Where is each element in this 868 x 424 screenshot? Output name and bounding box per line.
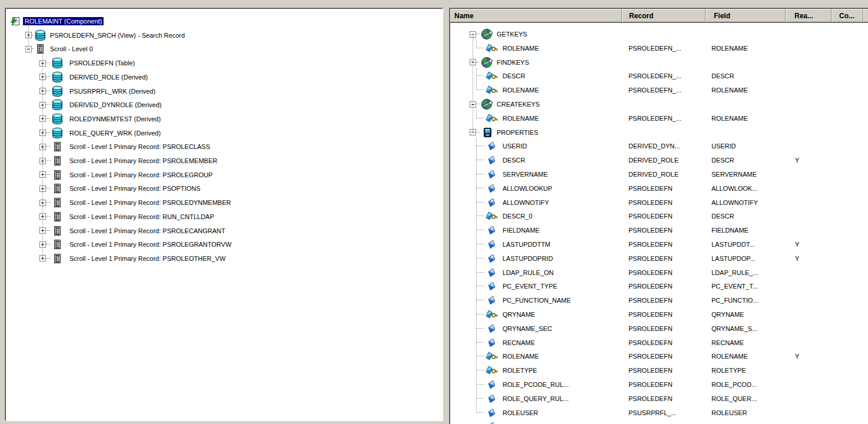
field-record-value: PSROLEDEFN: [628, 283, 673, 290]
field-row[interactable]: RECNAMEPSROLEDEFNRECNAME: [450, 336, 868, 350]
field-row[interactable]: ALLOWNOTIFYPSROLEDEFNALLOWNOTIFY: [450, 196, 868, 210]
field-name-label: ROLENAME: [501, 86, 541, 94]
tree-item-label[interactable]: Scroll - Level 1 Primary Record: PSROLEG…: [68, 171, 214, 179]
field-record-value: PSROLEDEFN: [628, 395, 673, 402]
field-name-label: PC_EVENT_TYPE: [501, 282, 559, 290]
field-row[interactable]: DESCRDERIVED_ROLEDESCRY: [450, 153, 868, 167]
tree-connector: [476, 356, 484, 357]
tree-item[interactable]: Scroll - Level 1 Primary Record: RUN_CNT…: [6, 210, 441, 224]
field-readonly-value: Y: [795, 353, 799, 360]
field-row[interactable]: ROLENAMEPSROLEDEFN_...ROLENAME: [450, 41, 868, 55]
component-tree: ROLEMAINT (Component)PSROLEDEFN_SRCH (Vi…: [6, 14, 441, 419]
field-row[interactable]: QRYNAMEPSROLEDEFNQRYNAME: [450, 307, 868, 322]
tree-item[interactable]: Scroll - Level 0: [6, 42, 441, 56]
field-row[interactable]: QRYNAME_SECPSROLEDEFNQRYNAME_S...: [450, 322, 868, 336]
tree-item-label[interactable]: Scroll - Level 1 Primary Record: PSROLEG…: [68, 240, 233, 249]
tree-item-label[interactable]: Scroll - Level 1 Primary Record: PSROLEC…: [68, 227, 227, 235]
field-row[interactable]: SERVERNAMEDERIVED_ROLESERVERNAME: [450, 167, 868, 181]
field-row[interactable]: ROLENAMEPSROLEDEFN_...ROLENAME: [450, 111, 868, 125]
component-structure-tree-panel[interactable]: ROLEMAINT (Component)PSROLEDEFN_SRCH (Vi…: [5, 8, 443, 421]
tree-item-label[interactable]: Scroll - Level 1 Primary Record: PSROLEC…: [68, 143, 212, 151]
tree-item-label[interactable]: Scroll - Level 1 Primary Record: PSROLEO…: [68, 254, 227, 263]
property-field-icon: [484, 408, 498, 418]
tree-item[interactable]: Scroll - Level 1 Primary Record: PSROLEG…: [6, 237, 441, 251]
tree-item[interactable]: Scroll - Level 1 Primary Record: PSROLEM…: [6, 154, 441, 168]
field-row[interactable]: PC_EVENT_TYPEPSROLEDEFNPC_EVENT_T...: [450, 279, 868, 293]
field-row[interactable]: PC_FUNCTION_NAMEPSROLEDEFNPC_FUNCTIO...: [450, 293, 868, 307]
tree-connector: [476, 412, 484, 413]
property-field-icon: [484, 141, 498, 151]
tree-connector: [42, 54, 44, 259]
tree-item-label[interactable]: PSROLEDEFN_SRCH (View) - Search Record: [48, 31, 187, 39]
field-name-label: ROLENAME: [501, 44, 541, 52]
tree-item-label[interactable]: ROLE_QUERY_WRK (Derived): [68, 129, 162, 137]
tree-item-label[interactable]: Scroll - Level 1 Primary Record: RUN_CNT…: [68, 213, 216, 221]
field-row[interactable]: ROLE_PCODE_RUL...PSROLEDEFNROLE_PCOD...: [450, 377, 868, 392]
record-icon: [51, 57, 64, 69]
field-row[interactable]: ROLENAMEPSROLEDEFN_...ROLENAME: [450, 83, 868, 97]
tree-item-label[interactable]: PSUSRPRFL_WRK (Derived): [68, 87, 157, 95]
field-row[interactable]: [450, 419, 868, 424]
field-record-value: PSROLEDEFN_...: [628, 72, 681, 80]
field-row[interactable]: ROLE_QUERY_RUL...PSROLEDEFNROLE_QUER...: [450, 392, 868, 406]
field-group-row[interactable]: GETKEYS: [450, 27, 868, 41]
field-row[interactable]: LASTUPDOPRIDPSROLEDEFNLASTUPDOP...Y: [450, 251, 868, 266]
tree-item-label[interactable]: DERIVED_DYNROLE (Derived): [68, 101, 163, 109]
tree-item-label[interactable]: Scroll - Level 0: [48, 45, 95, 53]
field-group-row[interactable]: FINDKEYS: [450, 55, 868, 69]
tree-item[interactable]: PSUSRPRFL_WRK (Derived): [6, 84, 441, 98]
column-header-record[interactable]: Record: [622, 9, 706, 22]
tree-item-label[interactable]: Scroll - Level 1 Primary Record: PSROLED…: [68, 198, 232, 207]
record-icon: [51, 113, 64, 125]
field-row[interactable]: DESCR_0PSROLEDEFNDESCR: [450, 209, 868, 223]
tree-item[interactable]: Scroll - Level 1 Primary Record: PSOPTIO…: [6, 181, 441, 196]
column-header-name[interactable]: Name: [450, 9, 622, 22]
tree-item[interactable]: Scroll - Level 1 Primary Record: PSROLEC…: [6, 140, 441, 154]
tree-item[interactable]: Scroll - Level 1 Primary Record: PSROLED…: [6, 196, 441, 210]
field-name-label: DESCR: [501, 156, 527, 164]
tree-connector: [28, 26, 29, 49]
field-row[interactable]: LASTUPDDTTMPSROLEDEFNLASTUPDDT...Y: [450, 237, 868, 251]
tree-connector: [476, 370, 484, 371]
tree-item-label[interactable]: Scroll - Level 1 Primary Record: PSOPTIO…: [68, 184, 202, 193]
tree-connector: [46, 174, 51, 175]
field-field-value: LDAP_RULE_...: [711, 269, 758, 276]
tree-item[interactable]: Scroll - Level 1 Primary Record: PSROLEG…: [6, 168, 441, 182]
tree-item[interactable]: Scroll - Level 1 Primary Record: PSROLEO…: [6, 251, 441, 266]
tree-item-label[interactable]: ROLEMAINT (Component): [23, 17, 104, 25]
field-row[interactable]: USERIDDERIVED_DYN...USERID: [450, 139, 868, 153]
tree-item-label[interactable]: PSROLEDEFN (Table): [68, 59, 137, 67]
tree-item[interactable]: DERIVED_ROLE (Derived): [6, 70, 441, 84]
tree-item-label[interactable]: ROLEDYNMEMTEST (Derived): [68, 115, 162, 123]
tree-item[interactable]: PSROLEDEFN (Table): [6, 56, 441, 70]
field-row[interactable]: FIELDNAMEPSROLEDEFNFIELDNAME: [450, 223, 868, 237]
tree-item[interactable]: PSROLEDEFN_SRCH (View) - Search Record: [6, 28, 441, 42]
field-name-label: ALLOWNOTIFY: [501, 198, 551, 207]
component-fields-panel[interactable]: NameRecordFieldRea...Co... GETKEYSROLENA…: [449, 8, 868, 424]
field-row[interactable]: LDAP_RULE_ONPSROLEDEFNLDAP_RULE_...: [450, 266, 868, 280]
tree-item[interactable]: Scroll - Level 1 Primary Record: PSROLEC…: [6, 224, 441, 238]
tree-item[interactable]: ROLEDYNMEMTEST (Derived): [6, 112, 441, 126]
column-header-co[interactable]: Co...: [832, 9, 863, 22]
field-row[interactable]: ROLENAMEPSROLEDEFNROLENAMEY: [450, 349, 868, 363]
tree-item-label[interactable]: Scroll - Level 1 Primary Record: PSROLEM…: [68, 157, 219, 165]
tree-item[interactable]: ROLEMAINT (Component): [6, 14, 441, 28]
field-field-value: PC_FUNCTIO...: [711, 297, 758, 304]
column-header-rea[interactable]: Rea...: [786, 9, 832, 22]
field-record-value: PSROLEDEFN: [628, 311, 673, 318]
field-group-row[interactable]: PROPERTIES: [450, 125, 868, 140]
field-row[interactable]: ALLOWLOOKUPPSROLEDEFNALLOWLOOK...: [450, 181, 868, 196]
tree-item-label[interactable]: DERIVED_ROLE (Derived): [68, 73, 149, 81]
field-record-value: PSROLEDEFN: [628, 199, 673, 206]
tree-item[interactable]: ROLE_QUERY_WRK (Derived): [6, 126, 441, 140]
field-group-row[interactable]: CREATEKEYS: [450, 97, 868, 111]
field-row[interactable]: ROLETYPEPSROLEDEFNROLETYPE: [450, 363, 868, 377]
tree-connector: [476, 39, 477, 48]
field-record-value: PSROLEDEFN: [628, 297, 673, 304]
record-icon: [34, 29, 46, 41]
field-record-value: PSROLEDEFN: [628, 269, 673, 276]
field-row[interactable]: DESCRPSROLEDEFN_...DESCR: [450, 69, 868, 83]
field-row[interactable]: ROLEUSERPSUSRPRFL_...ROLEUSER: [450, 406, 868, 420]
column-header-field[interactable]: Field: [706, 9, 786, 22]
tree-item[interactable]: DERIVED_DYNROLE (Derived): [6, 98, 441, 112]
